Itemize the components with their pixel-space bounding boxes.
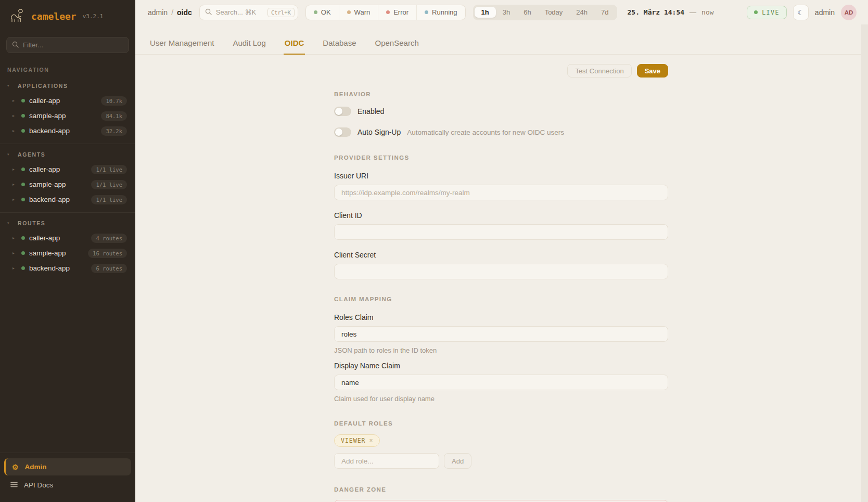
time-range-6h[interactable]: 6h xyxy=(517,7,538,18)
status-filter-label: OK xyxy=(321,8,331,16)
client-secret-input[interactable] xyxy=(334,264,668,279)
sidebar-item-agents-backend-app[interactable]: ▸ backend-app 1/1 live xyxy=(5,192,130,207)
add-role-button[interactable]: Add xyxy=(444,453,471,469)
sidebar-item-agents-sample-app[interactable]: ▸ sample-app 1/1 live xyxy=(5,177,130,192)
sidebar-item-api-docs[interactable]: API Docs xyxy=(4,477,131,494)
warn-status-dot xyxy=(347,10,351,14)
chevron-right-icon: ▸ xyxy=(12,182,17,187)
camel-logo-icon xyxy=(7,7,26,25)
item-badge: 84.1k xyxy=(101,111,127,121)
sidebar-item-applications-backend-app[interactable]: ▸ backend-app 32.2k xyxy=(5,123,130,138)
global-search[interactable]: Ctrl+K xyxy=(199,5,298,20)
status-filter-ok[interactable]: OK xyxy=(306,5,339,20)
sidebar-item-applications-sample-app[interactable]: ▸ sample-app 84.1k xyxy=(5,108,130,123)
item-badge: 32.2k xyxy=(101,126,127,136)
tab-opensearch[interactable]: OpenSearch xyxy=(374,33,420,55)
app-root: cameleer v3.2.1 NAVIGATION ▾ APPLICATION… xyxy=(0,0,868,502)
item-label: caller-app xyxy=(29,165,60,173)
sidebar-item-routes-backend-app[interactable]: ▸ backend-app 6 routes xyxy=(5,261,130,276)
client-id-label: Client ID xyxy=(334,211,668,220)
sidebar-item-routes-sample-app[interactable]: ▸ sample-app 16 routes xyxy=(5,246,130,261)
time-separator: — xyxy=(690,8,696,16)
search-input[interactable] xyxy=(216,8,263,16)
status-filter-label: Warn xyxy=(354,8,371,16)
error-status-dot xyxy=(386,10,390,14)
item-badge: 10.7k xyxy=(101,96,127,106)
auto-signup-toggle[interactable] xyxy=(334,127,351,137)
section-header-applications[interactable]: ▾ APPLICATIONS xyxy=(5,82,130,93)
gear-icon: ⚙ xyxy=(12,464,19,471)
display-name-claim-input[interactable] xyxy=(334,375,668,390)
enabled-toggle[interactable] xyxy=(334,107,351,116)
test-connection-button[interactable]: Test Connection xyxy=(567,64,631,78)
time-range-3h[interactable]: 3h xyxy=(496,7,517,18)
status-dot xyxy=(21,266,25,270)
tab-audit-log[interactable]: Audit Log xyxy=(232,33,266,55)
item-label: sample-app xyxy=(29,112,66,120)
save-button[interactable]: Save xyxy=(637,64,668,78)
chevron-right-icon: ▸ xyxy=(12,167,17,172)
delete-oidc-button[interactable]: Delete OIDC Configuration xyxy=(334,500,668,502)
status-dot xyxy=(21,236,25,240)
roles-claim-hint: JSON path to roles in the ID token xyxy=(334,346,668,354)
time-range-today[interactable]: Today xyxy=(538,7,570,18)
sidebar-item-routes-caller-app[interactable]: ▸ caller-app 4 routes xyxy=(5,230,130,246)
danger-zone-heading: DANGER ZONE xyxy=(334,486,668,493)
scrollbar[interactable] xyxy=(861,24,868,502)
main-area: admin / oidc Ctrl+K OK Warn xyxy=(135,0,868,502)
breadcrumb: admin / oidc xyxy=(148,8,192,17)
chevron-down-icon: ▾ xyxy=(7,84,12,88)
chevron-right-icon: ▸ xyxy=(12,251,17,255)
list-icon xyxy=(10,481,18,489)
roles-claim-input[interactable] xyxy=(334,326,668,342)
nav-label: NAVIGATION xyxy=(0,53,135,75)
breadcrumb-parent[interactable]: admin xyxy=(148,8,168,17)
sidebar-filter[interactable] xyxy=(6,37,129,53)
auto-signup-label: Auto Sign-Up xyxy=(358,128,401,136)
status-filter-running[interactable]: Running xyxy=(416,5,465,20)
time-range-24h[interactable]: 24h xyxy=(569,7,594,18)
close-icon[interactable]: × xyxy=(369,437,373,444)
issuer-uri-input[interactable] xyxy=(334,185,668,200)
status-filter-label: Error xyxy=(393,8,409,16)
top-bar: admin / oidc Ctrl+K OK Warn xyxy=(135,0,868,24)
status-dot xyxy=(21,114,25,118)
add-role-input[interactable] xyxy=(334,453,439,469)
status-filter-label: Running xyxy=(432,8,457,16)
default-roles-heading: DEFAULT ROLES xyxy=(334,420,668,427)
status-filter-warn[interactable]: Warn xyxy=(339,5,378,20)
section-header-routes[interactable]: ▾ ROUTES xyxy=(5,219,130,230)
section-header-agents[interactable]: ▾ AGENTS xyxy=(5,150,130,162)
behavior-heading: BEHAVIOR xyxy=(334,91,668,97)
live-badge[interactable]: LIVE xyxy=(747,6,787,19)
time-range-1h[interactable]: 1h xyxy=(475,7,496,18)
footer-item-label: Admin xyxy=(25,463,47,471)
chevron-right-icon: ▸ xyxy=(12,128,17,133)
tab-user-management[interactable]: User Management xyxy=(149,33,215,55)
role-chip-viewer: VIEWER × xyxy=(334,434,380,447)
theme-toggle-button[interactable]: ☾ xyxy=(793,5,809,20)
time-range-7d[interactable]: 7d xyxy=(594,7,615,18)
sidebar-item-applications-caller-app[interactable]: ▸ caller-app 10.7k xyxy=(5,93,130,108)
chevron-right-icon: ▸ xyxy=(12,113,17,118)
client-id-input[interactable] xyxy=(334,224,668,240)
status-filter-error[interactable]: Error xyxy=(378,5,416,20)
enabled-label: Enabled xyxy=(358,107,384,115)
sidebar-item-admin[interactable]: ⚙ Admin xyxy=(4,458,131,475)
tab-database[interactable]: Database xyxy=(322,33,357,55)
time-from: 25. März 14:54 xyxy=(628,8,685,16)
chevron-right-icon: ▸ xyxy=(12,266,17,271)
item-label: backend-app xyxy=(29,196,70,203)
tab-oidc[interactable]: OIDC xyxy=(284,33,305,55)
avatar[interactable]: AD xyxy=(841,5,857,20)
content-area: User Management Audit Log OIDC Database … xyxy=(135,24,868,502)
status-dot xyxy=(21,168,25,171)
sidebar-item-agents-caller-app[interactable]: ▸ caller-app 1/1 live xyxy=(5,162,130,177)
client-secret-field: Client Secret xyxy=(334,251,668,279)
item-label: caller-app xyxy=(29,234,60,242)
filter-input[interactable] xyxy=(23,41,123,49)
section-label: ROUTES xyxy=(18,220,45,226)
status-dot xyxy=(21,183,25,186)
client-id-field: Client ID xyxy=(334,211,668,240)
brand: cameleer v3.2.1 xyxy=(0,0,135,32)
